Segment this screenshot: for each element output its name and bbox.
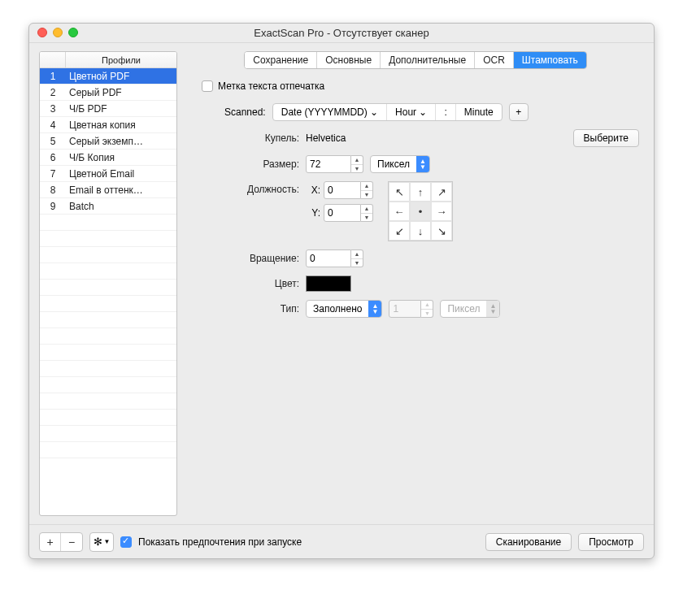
- profile-row-name: Ч/Б Копия: [66, 152, 176, 163]
- zoom-icon[interactable]: [68, 28, 78, 37]
- footer: + − ✻ ▼ Показать предпочтения при запуск…: [29, 524, 654, 558]
- size-input[interactable]: [306, 155, 351, 173]
- position-label: Должность:: [192, 181, 306, 195]
- size-label: Размер:: [192, 158, 306, 170]
- profile-row[interactable]: [40, 426, 176, 442]
- profile-row[interactable]: [40, 393, 176, 410]
- y-label: Y:: [306, 207, 320, 219]
- gear-menu[interactable]: ✻ ▼: [89, 532, 114, 552]
- profile-row-num: 9: [40, 201, 66, 212]
- profile-row-num: 5: [40, 136, 66, 147]
- chevron-updown-icon: ▲▼: [416, 156, 429, 172]
- profile-row[interactable]: [40, 247, 176, 263]
- rotation-stepper[interactable]: ▲▼: [351, 249, 363, 267]
- chevron-down-icon: ▼: [104, 538, 111, 545]
- window-title: ExactScan Pro - Отсутствует сканер: [254, 27, 429, 39]
- tab-3[interactable]: OCR: [475, 52, 514, 68]
- gear-icon: ✻: [94, 536, 102, 548]
- profile-row[interactable]: [40, 280, 176, 296]
- profile-row[interactable]: [40, 442, 176, 458]
- size-unit-select[interactable]: Пиксел ▲▼: [370, 155, 430, 173]
- anchor-cell[interactable]: ↘: [431, 221, 452, 241]
- profile-row[interactable]: 9Batch: [40, 198, 176, 215]
- type-label: Тип:: [192, 303, 306, 315]
- tab-1[interactable]: Основные: [317, 52, 381, 68]
- chevron-updown-icon: ▲▼: [368, 301, 381, 317]
- anchor-cell[interactable]: •: [410, 202, 431, 221]
- profile-add-remove: + −: [39, 532, 83, 552]
- profiles-table: Профили 1Цветной PDF2Серый PDF3Ч/Б PDF4Ц…: [39, 51, 177, 516]
- profile-row-num: 6: [40, 152, 66, 163]
- show-prefs-checkbox[interactable]: [120, 536, 132, 548]
- size-stepper[interactable]: ▲▼: [351, 155, 363, 173]
- type-select[interactable]: Заполнено ▲▼: [306, 300, 382, 318]
- anchor-cell[interactable]: ↗: [431, 182, 452, 202]
- anchor-cell[interactable]: ←: [389, 202, 410, 221]
- titlebar: ExactScan Pro - Отсутствует сканер: [29, 24, 654, 43]
- type-width-input: [389, 300, 421, 318]
- profile-row[interactable]: 8Email в оттенк…: [40, 182, 176, 198]
- anchor-grid[interactable]: ↖↑↗←•→↙↓↘: [388, 181, 453, 241]
- color-label: Цвет:: [192, 278, 306, 289]
- profile-row[interactable]: 2Серый PDF: [40, 85, 176, 101]
- rotation-input[interactable]: [306, 249, 351, 267]
- profile-row[interactable]: [40, 361, 176, 377]
- anchor-cell[interactable]: →: [431, 202, 452, 221]
- scan-button[interactable]: Сканирование: [485, 533, 572, 551]
- font-value: Helvetica: [306, 132, 346, 144]
- chevron-updown-icon: ▲▼: [486, 301, 499, 317]
- profile-row-num: 3: [40, 103, 66, 115]
- window-body: Профили 1Цветной PDF2Серый PDF3Ч/Б PDF4Ц…: [29, 43, 654, 524]
- add-profile-button[interactable]: +: [40, 533, 61, 551]
- profile-row[interactable]: 4Цветная копия: [40, 117, 176, 133]
- profile-row[interactable]: 3Ч/Б PDF: [40, 101, 176, 117]
- app-window: ExactScan Pro - Отсутствует сканер Профи…: [28, 23, 655, 559]
- profile-row[interactable]: [40, 312, 176, 328]
- scanned-label: Scanned:: [224, 106, 266, 118]
- anchor-cell[interactable]: ↙: [389, 221, 410, 241]
- y-stepper[interactable]: ▲▼: [361, 204, 373, 222]
- profile-row-name: Цветная копия: [66, 119, 176, 131]
- rotation-label: Вращение:: [192, 253, 306, 264]
- choose-font-button[interactable]: Выберите: [573, 129, 639, 147]
- profile-row-name: Email в оттенк…: [66, 184, 176, 196]
- minimize-icon[interactable]: [53, 28, 63, 37]
- tab-0[interactable]: Сохранение: [245, 52, 317, 68]
- profile-row-name: Batch: [66, 201, 176, 212]
- anchor-cell[interactable]: ↖: [389, 182, 410, 202]
- imprint-checkbox[interactable]: [202, 80, 213, 92]
- profiles-header-label: Профили: [66, 52, 176, 67]
- x-input[interactable]: [324, 181, 361, 199]
- remove-profile-button[interactable]: −: [61, 533, 82, 551]
- profile-row[interactable]: [40, 231, 176, 247]
- tab-2[interactable]: Дополнительные: [381, 52, 475, 68]
- profile-row-num: 8: [40, 184, 66, 196]
- scanned-format[interactable]: Date (YYYYMMDD) ⌄ Hour ⌄ : Minute: [272, 103, 502, 121]
- profile-row[interactable]: [40, 296, 176, 312]
- anchor-cell[interactable]: ↓: [410, 221, 431, 241]
- profile-row-name: Серый PDF: [66, 87, 176, 98]
- profile-row[interactable]: [40, 263, 176, 280]
- imprint-checkbox-label: Метка текста отпечатка: [218, 80, 324, 92]
- profile-row[interactable]: [40, 328, 176, 345]
- add-token-button[interactable]: +: [509, 103, 529, 121]
- color-swatch[interactable]: [306, 275, 351, 292]
- profile-row[interactable]: [40, 410, 176, 426]
- profile-row-name: Серый экземп…: [66, 136, 176, 147]
- profile-row[interactable]: [40, 377, 176, 393]
- profile-row[interactable]: 6Ч/Б Копия: [40, 150, 176, 166]
- profile-row[interactable]: 1Цветной PDF: [40, 68, 176, 85]
- preview-button[interactable]: Просмотр: [578, 533, 644, 551]
- profile-row[interactable]: 7Цветной Email: [40, 166, 176, 182]
- close-icon[interactable]: [37, 28, 47, 37]
- anchor-cell[interactable]: ↑: [410, 182, 431, 202]
- tab-4[interactable]: Штамповать: [514, 52, 586, 68]
- x-stepper[interactable]: ▲▼: [361, 181, 373, 199]
- y-input[interactable]: [324, 204, 361, 222]
- profile-row-name: Цветной PDF: [66, 71, 176, 82]
- profile-row[interactable]: [40, 215, 176, 231]
- profile-row[interactable]: 5Серый экземп…: [40, 133, 176, 150]
- show-prefs-label: Показать предпочтения при запуске: [138, 536, 302, 548]
- sidebar: Профили 1Цветной PDF2Серый PDF3Ч/Б PDF4Ц…: [39, 51, 177, 516]
- profile-row[interactable]: [40, 345, 176, 361]
